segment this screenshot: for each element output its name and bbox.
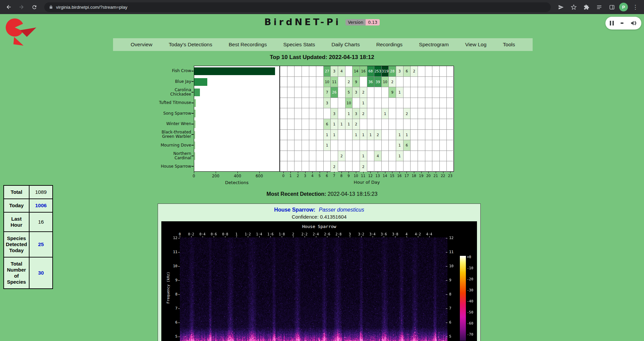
hour-axis-tick xyxy=(363,172,364,173)
profile-avatar[interactable]: P xyxy=(619,3,628,11)
heatmap-cell xyxy=(389,161,396,172)
heatmap-cell: 4 xyxy=(338,66,345,77)
hour-axis-tick xyxy=(290,172,291,173)
hour-tick-label: 1 xyxy=(287,174,294,178)
side-panel-icon xyxy=(609,4,615,10)
detections-bar-tufted-titmouse xyxy=(194,99,196,107)
nav-item-spectrogram[interactable]: Spectrogram xyxy=(419,42,449,48)
heatmap-cell: 28 xyxy=(389,66,396,77)
heatmap-cell: 4 xyxy=(374,151,382,162)
heatmap-cell xyxy=(432,108,440,119)
heatmap-cell xyxy=(367,151,375,162)
most-recent-detection: Most Recent Detection: 2022-04-13 18:15:… xyxy=(0,191,644,197)
heatmap-cell xyxy=(382,140,389,151)
heatmap-cell xyxy=(324,151,331,162)
pause-button[interactable] xyxy=(610,21,614,25)
heatmap-cell xyxy=(440,98,447,109)
heatmap-cell xyxy=(447,77,454,88)
heatmap-cell xyxy=(367,98,375,109)
heatmap-cell xyxy=(338,98,345,109)
spectrogram-x-tick: 3·6 xyxy=(378,232,389,236)
heatmap-cell xyxy=(425,77,433,88)
frequency-axis-label: Frequency (kHz) xyxy=(166,263,170,313)
hour-tick-label: 13 xyxy=(374,174,381,178)
heatmap-cell xyxy=(338,130,345,140)
heatmap-cell: 1 xyxy=(331,130,338,140)
colorbar-tick: +0 xyxy=(467,255,477,259)
heatmap-plot: 2734141668253319283621011293639102726532… xyxy=(280,66,454,172)
heatmap-cell xyxy=(287,77,295,88)
species-axis-tick xyxy=(192,71,194,71)
extensions-button[interactable] xyxy=(581,2,592,12)
back-button[interactable] xyxy=(3,2,14,12)
nav-item-best-recordings[interactable]: Best Recordings xyxy=(229,42,267,48)
heatmap-cell: 1 xyxy=(353,130,360,140)
detection-confidence: Confidence: 0.41351604 xyxy=(158,214,480,221)
heatmap-cell xyxy=(287,66,295,77)
spectrogram-y-tickmark xyxy=(446,337,447,337)
url-bar[interactable]: virginia.birdnetpi.com/?stream=play xyxy=(44,2,551,12)
spectrogram-y-tick-right: 6 xyxy=(449,320,459,325)
nav-item-tools[interactable]: Tools xyxy=(503,42,515,48)
seek-handle[interactable] xyxy=(621,22,624,24)
hour-axis-tick xyxy=(356,172,356,173)
browser-menu-button[interactable]: ⋮ xyxy=(630,2,641,12)
bar-axis-tick xyxy=(237,172,238,173)
heatmap-cell xyxy=(294,140,302,151)
hour-axis-tick xyxy=(327,172,327,173)
stat-value-today[interactable]: 1006 xyxy=(29,199,53,212)
heatmap-cell: 2 xyxy=(389,77,396,88)
hour-tick-label: 0 xyxy=(280,174,287,178)
heatmap-cell: 10 xyxy=(345,98,353,109)
hour-axis-tick xyxy=(399,172,400,173)
heatmap-cell xyxy=(418,98,425,109)
heatmap-cell: 1 xyxy=(396,130,404,140)
nav-item-today-s-detections[interactable]: Today's Detections xyxy=(169,42,212,48)
audio-player[interactable] xyxy=(605,17,641,30)
stat-value-total-number-of-species[interactable]: 30 xyxy=(29,257,53,289)
heatmap-cell xyxy=(302,140,309,151)
heatmap-cell xyxy=(447,98,454,109)
spectrogram-x-tickmark xyxy=(236,236,237,237)
hour-tick-label: 21 xyxy=(432,174,439,178)
bookmark-star-icon xyxy=(571,4,577,10)
browser-toolbar: virginia.birdnetpi.com/?stream=play P ⋮ xyxy=(0,0,644,14)
hour-tick-label: 9 xyxy=(345,174,352,178)
hour-tick-label: 22 xyxy=(440,174,446,178)
reload-button[interactable] xyxy=(29,2,40,12)
stat-value-species-detected-today[interactable]: 25 xyxy=(29,232,53,257)
spectrogram-x-tickmark xyxy=(316,236,316,237)
recent-value: 2022-04-13 18:15:23 xyxy=(328,191,378,197)
heatmap-cell xyxy=(353,161,360,172)
forward-button[interactable] xyxy=(16,2,27,12)
heatmap-cell xyxy=(287,119,295,130)
nav-item-species-stats[interactable]: Species Stats xyxy=(283,42,315,48)
spectrogram-x-tickmark xyxy=(407,236,407,237)
nav-item-overview[interactable]: Overview xyxy=(131,42,153,48)
hour-axis-tick xyxy=(428,172,429,173)
heatmap-cell xyxy=(294,98,302,109)
hour-axis-tick xyxy=(450,172,450,173)
heatmap-cell: 11 xyxy=(331,77,338,88)
send-button[interactable] xyxy=(555,2,566,12)
bookmark-button[interactable] xyxy=(568,2,579,12)
top10-heading: Top 10 Last Updated: 2022-04-13 18:12 xyxy=(0,54,644,61)
heatmap-cell xyxy=(418,151,425,162)
spectrogram-y-tick-right: 9 xyxy=(449,278,459,282)
nav-item-view-log[interactable]: View Log xyxy=(465,42,486,48)
volume-icon[interactable] xyxy=(630,20,637,26)
hour-axis-tick xyxy=(334,172,334,173)
side-panel-button[interactable] xyxy=(606,2,617,12)
heatmap-cell xyxy=(302,66,309,77)
stats-row: Today1006 xyxy=(4,199,53,212)
reading-list-button[interactable] xyxy=(594,2,604,12)
heatmap-cell xyxy=(287,140,295,151)
nav-item-recordings[interactable]: Recordings xyxy=(376,42,402,48)
heatmap-cell: 2 xyxy=(360,87,367,98)
heatmap-cell xyxy=(302,98,309,109)
heatmap-cell: 2 xyxy=(338,151,345,162)
detection-scientific-name: Passer domesticus xyxy=(319,207,364,213)
nav-item-daily-charts[interactable]: Daily Charts xyxy=(331,42,360,48)
detection-species[interactable]: House Sparrow: xyxy=(274,207,315,213)
heatmap-cell xyxy=(287,130,295,140)
